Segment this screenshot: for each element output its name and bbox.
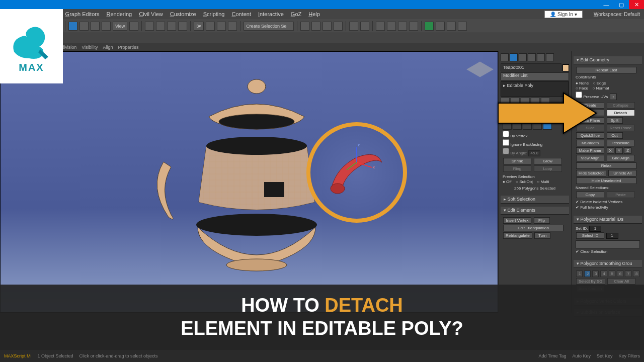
maximize-button[interactable]: ▢ (614, 0, 629, 9)
cut-button[interactable]: Cut (607, 132, 623, 139)
selectionset-dropdown[interactable]: Create Selection Se (244, 22, 294, 31)
planar-z-button[interactable]: Z (624, 147, 631, 154)
selectname-icon[interactable] (156, 22, 165, 31)
rectsel-icon[interactable] (167, 22, 176, 31)
envmap-icon[interactable] (436, 22, 445, 31)
perspective-viewport[interactable]: z x (0, 51, 498, 313)
viewalign-button[interactable]: View Align (576, 155, 604, 161)
subrib-align[interactable]: Align (103, 45, 113, 50)
pivot-icon[interactable] (129, 22, 138, 31)
rotate-icon[interactable] (79, 22, 89, 31)
repeatlast-button[interactable]: Repeat Last (576, 67, 636, 73)
shrink-button[interactable]: Shrink (503, 158, 531, 164)
planar-x-button[interactable]: X (607, 147, 614, 154)
menu-help[interactable]: Help (308, 11, 320, 17)
menu-rendering[interactable]: Rendering (106, 11, 132, 17)
close-button[interactable]: ✕ (629, 0, 644, 9)
clearall-button[interactable]: Clear All (607, 278, 635, 285)
gridalign-button[interactable]: Grid Align (607, 155, 635, 161)
turn-button[interactable]: Turn (534, 232, 550, 239)
unhideall-button[interactable]: Unhide All (608, 170, 636, 176)
editelements-rollout[interactable]: ▾ Edit Elements (501, 207, 569, 215)
menu-grapheditors[interactable]: Graph Editors (65, 11, 100, 17)
insertvertex-button[interactable]: Insert Vertex (503, 217, 531, 224)
softselection-rollout[interactable]: ▸ Soft Selection (501, 196, 569, 204)
utilities-tab-icon[interactable] (546, 53, 554, 61)
grow-button[interactable]: Grow (534, 158, 562, 164)
signin-button[interactable]: 👤 Sign In ▾ (544, 11, 583, 18)
menu-scripting[interactable]: Scripting (203, 11, 225, 17)
menu-civilview[interactable]: Civil View (139, 11, 163, 17)
subrib-properties[interactable]: Properties (118, 45, 139, 50)
menu-goz[interactable]: GoZ (291, 11, 301, 17)
schematic-icon[interactable] (349, 22, 358, 31)
scale-icon[interactable] (91, 22, 100, 31)
split-button[interactable]: Split (607, 117, 623, 124)
edittriangulation-button[interactable]: Edit Triangulation (503, 225, 564, 231)
curve-icon[interactable] (334, 22, 343, 31)
spinnersnap-icon[interactable] (228, 22, 237, 31)
menu-content[interactable]: Content (232, 11, 252, 17)
setkey-button[interactable]: Set Key (597, 353, 613, 358)
create-tab-icon[interactable] (501, 53, 509, 61)
resetplane-button: Reset Plane (607, 125, 635, 131)
copy-button[interactable]: Copy (576, 192, 604, 198)
place-icon[interactable] (102, 22, 111, 31)
anglesnap-icon[interactable] (206, 22, 215, 31)
refcoord-dropdown[interactable]: View (113, 22, 127, 31)
minimize-button[interactable]: — (599, 0, 614, 9)
workspaces-dropdown[interactable]: Workspaces: Default (594, 12, 640, 17)
selid-spinner[interactable]: 1 (606, 233, 618, 239)
hierarchy-tab-icon[interactable] (519, 53, 527, 61)
materialids-rollout[interactable]: ▾ Polygon: Material IDs (574, 216, 642, 224)
object-name-field[interactable] (501, 63, 561, 71)
planar-y-button[interactable]: Y (615, 147, 623, 154)
svg-text:x: x (373, 165, 375, 169)
retriangulate-button[interactable]: Retriangulate (503, 232, 532, 239)
percentsnap-icon[interactable] (217, 22, 226, 31)
display-tab-icon[interactable] (537, 53, 545, 61)
tessellate-button[interactable]: Tessellate (607, 140, 635, 146)
hideselected-button[interactable]: Hide Selected (576, 170, 606, 176)
makeplanar-button[interactable]: Make Planar (576, 147, 604, 154)
layers-icon[interactable] (323, 22, 332, 31)
matedit-icon[interactable] (360, 22, 369, 31)
activeshade-icon[interactable] (409, 22, 418, 31)
editgeometry-rollout[interactable]: ▾ Edit Geometry (574, 56, 642, 64)
motion-tab-icon[interactable] (528, 53, 536, 61)
teapot-icon[interactable] (425, 22, 434, 31)
align-icon[interactable] (311, 22, 320, 31)
flip-button[interactable]: Flip (534, 217, 550, 224)
selectbysg-button[interactable]: Select By SG (576, 278, 605, 285)
move-icon[interactable] (68, 22, 77, 31)
rendersetup-icon[interactable] (398, 22, 407, 31)
modify-tab-icon[interactable] (510, 53, 518, 61)
hideunselected-button[interactable]: Hide Unselected (576, 177, 636, 184)
menu-customize[interactable]: Customize (170, 11, 196, 17)
relax-button[interactable]: Relax (576, 162, 636, 169)
object-color-swatch[interactable] (562, 64, 569, 71)
modifier-list-dropdown[interactable]: Modifier List (501, 72, 569, 80)
detach-button[interactable]: Detach (607, 110, 635, 116)
window-icon[interactable] (178, 22, 187, 31)
byangle-check[interactable] (503, 148, 509, 154)
viewport-icon[interactable] (458, 22, 467, 31)
select-icon[interactable] (145, 22, 154, 31)
render-icon[interactable] (376, 22, 385, 31)
menu-interactive[interactable]: Interactive (258, 11, 284, 17)
selectid-button[interactable]: Select ID (576, 232, 604, 239)
autokey-button[interactable]: Auto Key (572, 353, 591, 358)
smoothinggroups-rollout[interactable]: ▾ Polygon: Smoothing Grou (574, 260, 642, 268)
maxscript-label: MAXScript Mi (4, 353, 32, 358)
safeframe-icon[interactable] (447, 22, 456, 31)
addtimetag-button[interactable]: Add Time Tag (539, 353, 567, 358)
keyfilters-button[interactable]: Key Filters (618, 353, 640, 358)
subrib-visibility[interactable]: Visibility (82, 45, 98, 50)
matid-dropdown[interactable] (576, 240, 640, 248)
mirror-icon[interactable] (300, 22, 309, 31)
snap3-dropdown[interactable]: 3▾ (194, 22, 204, 31)
setid-spinner[interactable]: 1 (589, 226, 601, 232)
renderframe-icon[interactable] (387, 22, 396, 31)
msmooth-button[interactable]: MSmooth (576, 140, 604, 146)
viewcube-icon[interactable] (467, 57, 493, 82)
